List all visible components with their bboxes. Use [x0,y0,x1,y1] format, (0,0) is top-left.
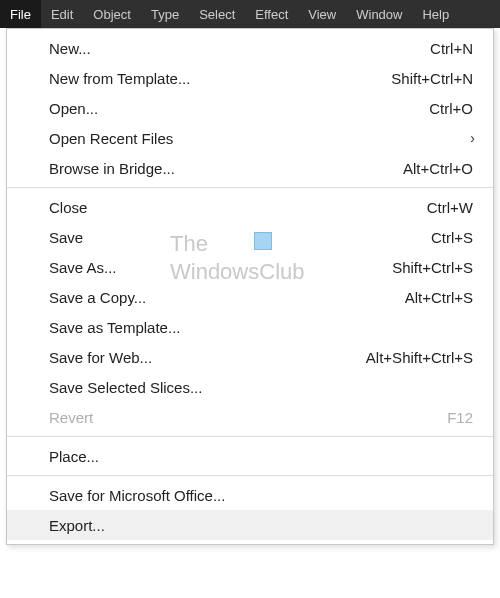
menu-separator [7,475,493,476]
menu-item-save-for-web[interactable]: Save for Web...Alt+Shift+Ctrl+S [7,342,493,372]
menu-item-export[interactable]: Export... [7,510,493,540]
menu-item-shortcut: Ctrl+W [427,199,473,216]
menubar-item-select[interactable]: Select [189,0,245,28]
menu-item-shortcut: Ctrl+N [430,40,473,57]
menu-item-save-a-copy[interactable]: Save a Copy...Alt+Ctrl+S [7,282,493,312]
menu-item-place[interactable]: Place... [7,441,493,471]
menubar-item-help[interactable]: Help [412,0,459,28]
menu-item-label: Save for Microsoft Office... [49,487,473,504]
menu-item-label: Place... [49,448,473,465]
menubar-item-label: Select [199,7,235,22]
menubar-item-label: Window [356,7,402,22]
menu-item-close[interactable]: CloseCtrl+W [7,192,493,222]
menu-item-save-selected-slices[interactable]: Save Selected Slices... [7,372,493,402]
menu-item-open-recent-files[interactable]: Open Recent Files› [7,123,493,153]
menu-item-browse-in-bridge[interactable]: Browse in Bridge...Alt+Ctrl+O [7,153,493,183]
menu-item-revert: RevertF12 [7,402,493,432]
menu-item-label: Close [49,199,427,216]
menu-item-label: New from Template... [49,70,391,87]
menu-item-save-as[interactable]: Save As...Shift+Ctrl+S [7,252,493,282]
menubar-item-object[interactable]: Object [83,0,141,28]
menubar-item-label: Effect [255,7,288,22]
menu-item-shortcut: Shift+Ctrl+N [391,70,473,87]
menu-item-shortcut: Ctrl+O [429,100,473,117]
menubar-item-effect[interactable]: Effect [245,0,298,28]
menu-item-shortcut: Alt+Ctrl+S [405,289,473,306]
menu-item-label: Save as Template... [49,319,473,336]
chevron-right-icon: › [470,131,475,145]
menubar-item-label: View [308,7,336,22]
menu-item-label: Save Selected Slices... [49,379,473,396]
menubar-item-label: Edit [51,7,73,22]
menubar: FileEditObjectTypeSelectEffectViewWindow… [0,0,500,28]
menu-item-new[interactable]: New...Ctrl+N [7,33,493,63]
menubar-item-label: File [10,7,31,22]
menu-item-shortcut: Shift+Ctrl+S [392,259,473,276]
menubar-item-label: Object [93,7,131,22]
menu-separator [7,436,493,437]
menu-item-label: New... [49,40,430,57]
menu-item-label: Save a Copy... [49,289,405,306]
menu-item-label: Open... [49,100,429,117]
menubar-item-edit[interactable]: Edit [41,0,83,28]
menu-item-label: Save for Web... [49,349,366,366]
menu-item-label: Browse in Bridge... [49,160,403,177]
menubar-item-file[interactable]: File [0,0,41,28]
menubar-item-type[interactable]: Type [141,0,189,28]
menu-item-label: Save As... [49,259,392,276]
menu-item-open[interactable]: Open...Ctrl+O [7,93,493,123]
menu-item-save[interactable]: SaveCtrl+S [7,222,493,252]
menu-separator [7,187,493,188]
menu-item-shortcut: Alt+Shift+Ctrl+S [366,349,473,366]
menu-item-shortcut: Alt+Ctrl+O [403,160,473,177]
menubar-item-label: Help [422,7,449,22]
file-menu-dropdown: New...Ctrl+NNew from Template...Shift+Ct… [6,28,494,545]
menu-item-label: Save [49,229,431,246]
menu-item-label: Export... [49,517,473,534]
menu-item-shortcut: Ctrl+S [431,229,473,246]
menu-item-save-as-template[interactable]: Save as Template... [7,312,493,342]
menu-item-label: Open Recent Files [49,130,473,147]
menu-item-shortcut: F12 [447,409,473,426]
menubar-item-view[interactable]: View [298,0,346,28]
menubar-item-label: Type [151,7,179,22]
menubar-item-window[interactable]: Window [346,0,412,28]
menu-item-new-from-template[interactable]: New from Template...Shift+Ctrl+N [7,63,493,93]
menu-item-label: Revert [49,409,447,426]
menu-item-save-for-microsoft-office[interactable]: Save for Microsoft Office... [7,480,493,510]
